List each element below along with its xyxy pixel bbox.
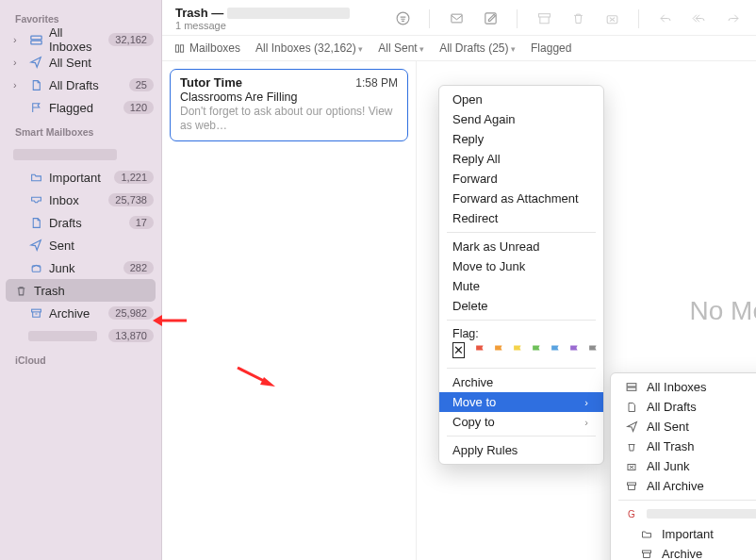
- redacted-label: [28, 331, 97, 341]
- paper-plane-icon: [28, 238, 43, 253]
- sidebar-item-label: Trash: [34, 284, 148, 298]
- filter-icon[interactable]: [393, 10, 412, 27]
- chevron-right-icon: ›: [13, 57, 23, 68]
- menu-send-again[interactable]: Send Again: [439, 109, 603, 129]
- sidebar-item-all-drafts[interactable]: › All Drafts 25: [0, 74, 161, 96]
- archive-icon[interactable]: [534, 10, 553, 27]
- filter-all-sent[interactable]: All Sent: [378, 41, 424, 55]
- sidebar-item-count: 120: [123, 101, 154, 114]
- sidebar-item-redacted[interactable]: 13,870: [0, 324, 161, 347]
- redacted-account-name: [13, 149, 117, 160]
- sidebar-item-all-inboxes[interactable]: › All Inboxes 32,162: [0, 28, 161, 51]
- document-icon: [624, 401, 639, 414]
- submenu-all-archive[interactable]: All Archive›: [611, 476, 756, 496]
- sidebar-item-label: All Sent: [49, 56, 154, 70]
- sidebar-item-important[interactable]: Important 1,221: [0, 166, 161, 189]
- flag-red[interactable]: [473, 343, 487, 357]
- sidebar-item-all-sent[interactable]: › All Sent: [0, 51, 161, 74]
- sidebar-item-count: 32,162: [108, 33, 154, 46]
- junk-icon: [624, 461, 639, 472]
- sidebar-item-sent[interactable]: Sent: [0, 234, 161, 256]
- reply-icon[interactable]: [656, 10, 675, 27]
- no-message-placeholder: No Mess: [690, 296, 756, 326]
- submenu-archive-folder[interactable]: Archive: [611, 544, 756, 560]
- menu-delete[interactable]: Delete: [439, 296, 603, 316]
- page-title: Trash —: [175, 6, 393, 20]
- mailboxes-button[interactable]: Mailboxes: [173, 41, 240, 55]
- menu-reply[interactable]: Reply: [439, 129, 603, 149]
- submenu-all-trash[interactable]: All Trash›: [611, 436, 756, 456]
- sidebar-item-flagged[interactable]: › Flagged 120: [0, 96, 161, 119]
- sidebar-item-label: Sent: [49, 239, 154, 253]
- menu-archive[interactable]: Archive: [439, 372, 603, 392]
- flag-icon: [28, 100, 43, 115]
- submenu-important[interactable]: Important: [611, 524, 756, 544]
- sidebar-item-count: 25,982: [108, 306, 154, 320]
- paper-plane-icon: [624, 420, 639, 433]
- flag-label: Flag:: [439, 324, 603, 340]
- menu-forward-attachment[interactable]: Forward as Attachment: [439, 189, 603, 208]
- filter-flagged[interactable]: Flagged: [531, 41, 571, 55]
- sidebar-item-count: 13,870: [108, 329, 154, 342]
- flag-blue[interactable]: [549, 343, 563, 357]
- compose-icon[interactable]: [481, 10, 500, 27]
- folder-icon: [28, 170, 43, 185]
- flag-clear[interactable]: ✕: [452, 342, 465, 358]
- context-menu: Open Send Again Reply Reply All Forward …: [438, 85, 604, 465]
- google-icon: G: [624, 509, 639, 519]
- sidebar-item-count: 25: [129, 78, 154, 91]
- toolbar: [393, 9, 743, 28]
- junk-icon[interactable]: [602, 10, 621, 27]
- menu-open[interactable]: Open: [439, 90, 603, 109]
- submenu-all-inboxes[interactable]: All Inboxes›: [611, 377, 756, 397]
- sidebar-item-drafts[interactable]: Drafts 17: [0, 211, 161, 234]
- trash-icon[interactable]: [568, 10, 587, 27]
- sidebar-item-inbox[interactable]: Inbox 25,738: [0, 189, 161, 211]
- menu-copy-to[interactable]: Copy to›: [439, 412, 603, 432]
- message-card[interactable]: Tutor Time 1:58 PM Classrooms Are Fillin…: [170, 69, 408, 141]
- submenu-all-drafts[interactable]: All Drafts›: [611, 397, 756, 417]
- submenu-all-sent[interactable]: All Sent›: [611, 417, 756, 436]
- svg-rect-14: [628, 483, 636, 486]
- sidebar-item-label: All Inboxes: [49, 25, 103, 54]
- svg-rect-7: [538, 13, 550, 16]
- main-pane: Trash — 1 message Mailboxes All Inboxes …: [162, 0, 756, 560]
- sidebar-item-count: 17: [129, 216, 154, 229]
- svg-rect-1: [30, 41, 41, 44]
- sidebar-item-junk[interactable]: Junk 282: [0, 256, 161, 279]
- sidebar-item-label: Inbox: [49, 193, 103, 207]
- submenu-account[interactable]: G›: [611, 504, 756, 524]
- document-icon: [28, 215, 43, 230]
- menu-forward[interactable]: Forward: [439, 169, 603, 189]
- mailboxes-label: Mailboxes: [189, 41, 240, 55]
- filter-all-drafts[interactable]: All Drafts (25): [439, 41, 516, 55]
- flag-orange[interactable]: [492, 343, 506, 357]
- menu-mute[interactable]: Mute: [439, 276, 603, 296]
- flag-yellow[interactable]: [511, 343, 525, 357]
- filter-all-inboxes[interactable]: All Inboxes (32,162): [255, 41, 363, 55]
- archive-icon: [624, 481, 639, 492]
- svg-rect-15: [643, 551, 651, 553]
- menu-move-to[interactable]: Move to›: [439, 392, 603, 412]
- menu-mark-unread[interactable]: Mark as Unread: [439, 237, 603, 256]
- junk-icon: [28, 260, 43, 275]
- flag-purple[interactable]: [567, 343, 582, 357]
- envelope-icon[interactable]: [447, 10, 466, 27]
- reply-all-icon[interactable]: [690, 10, 709, 27]
- inbox-stack-icon: [28, 32, 43, 47]
- submenu-all-junk[interactable]: All Junk›: [611, 456, 756, 476]
- sidebar-item-trash[interactable]: Trash: [6, 279, 156, 302]
- menu-redirect[interactable]: Redirect: [439, 208, 603, 228]
- chevron-right-icon: ›: [584, 397, 588, 408]
- flag-green[interactable]: [530, 343, 544, 357]
- sidebar-item-label: Archive: [49, 306, 103, 321]
- menu-move-junk[interactable]: Move to Junk: [439, 256, 603, 276]
- sidebar-section-icloud: iCloud: [0, 347, 161, 370]
- forward-icon[interactable]: [724, 10, 743, 27]
- menu-reply-all[interactable]: Reply All: [439, 149, 603, 169]
- menu-apply-rules[interactable]: Apply Rules: [439, 440, 603, 460]
- archive-icon: [28, 305, 43, 321]
- sidebar-item-archive[interactable]: Archive 25,982: [0, 302, 161, 324]
- flag-gray[interactable]: [586, 343, 600, 357]
- sidebar: Favorites › All Inboxes 32,162 › All Sen…: [0, 0, 162, 560]
